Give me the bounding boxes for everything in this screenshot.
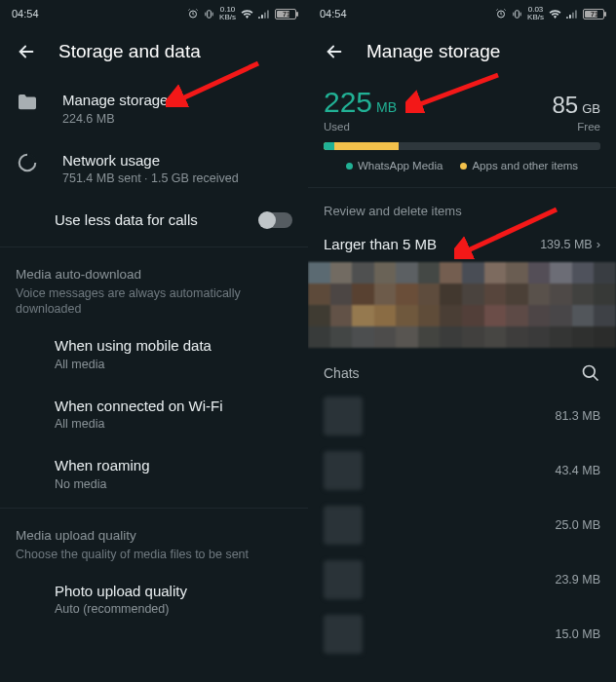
divider: [308, 187, 616, 188]
roaming-item[interactable]: When roaming No media: [0, 443, 308, 504]
free-unit: GB: [582, 101, 600, 116]
status-time: 04:54: [320, 8, 347, 19]
vibrate-icon: [512, 9, 522, 19]
vibrate-icon: [204, 9, 214, 19]
used-unit: MB: [376, 99, 397, 115]
chat-size: 43.4 MB: [555, 464, 600, 477]
status-time: 04:54: [12, 8, 39, 19]
back-button[interactable]: [16, 41, 37, 62]
svg-point-6: [584, 366, 596, 378]
use-less-data-item[interactable]: Use less data for calls: [0, 198, 308, 243]
data-usage-icon: [16, 151, 39, 174]
folder-icon: [16, 91, 39, 114]
used-amount: 225: [324, 86, 372, 118]
photo-quality-title: Photo upload quality: [55, 582, 292, 601]
media-auto-download-desc: Voice messages are always automatically …: [0, 284, 308, 324]
header: Storage and data: [0, 27, 308, 78]
mobile-data-item[interactable]: When using mobile data All media: [0, 323, 308, 384]
use-less-data-title: Use less data for calls: [55, 210, 236, 230]
roaming-title: When roaming: [55, 456, 292, 475]
used-label: Used: [324, 121, 350, 133]
chat-avatar: [324, 397, 363, 436]
screenshot-manage-storage: 04:54 0.03KB/s 71 Manage storage 225MB 8…: [308, 0, 616, 682]
net-speed: 0.03KB/s: [527, 6, 544, 21]
alarm-icon: [187, 8, 199, 19]
back-button[interactable]: [324, 41, 345, 62]
chevron-right-icon: ›: [597, 237, 600, 251]
manage-storage-item[interactable]: Manage storage 224.6 MB: [0, 78, 308, 138]
upload-quality-desc: Choose the quality of media files to be …: [0, 545, 308, 569]
search-button[interactable]: [581, 363, 600, 383]
media-auto-download-heading: Media auto-download: [0, 251, 308, 284]
storage-usage: 225MB 85GB: [308, 78, 616, 119]
signal-icon: [566, 9, 578, 19]
chat-item[interactable]: 25.0 MB: [308, 498, 616, 552]
wifi-title: When connected on Wi-Fi: [55, 397, 292, 416]
larger-label: Larger than 5 MB: [324, 236, 437, 252]
storage-legend: WhatsApp Media Apps and other items: [308, 160, 616, 183]
battery-icon: 71: [583, 9, 604, 19]
mobile-data-sub: All media: [55, 358, 292, 371]
signal-icon: [258, 9, 270, 19]
network-usage-item[interactable]: Network usage 751.4 MB sent · 1.5 GB rec…: [0, 138, 308, 199]
chat-avatar: [324, 560, 363, 599]
manage-storage-sub: 224.6 MB: [62, 112, 292, 126]
status-bar: 04:54 0.10KB/s 71: [0, 0, 308, 27]
chat-size: 15.0 MB: [555, 627, 600, 641]
chat-item[interactable]: 81.3 MB: [308, 389, 616, 443]
roaming-sub: No media: [55, 477, 292, 491]
larger-size: 139.5 MB: [540, 238, 593, 251]
upload-quality-heading: Media upload quality: [0, 512, 308, 545]
page-title: Manage storage: [366, 41, 500, 62]
photo-upload-item[interactable]: Photo upload quality Auto (recommended): [0, 569, 308, 629]
wifi-item[interactable]: When connected on Wi-Fi All media: [0, 384, 308, 444]
wifi-icon: [549, 9, 561, 19]
legend-apps: Apps and other items: [472, 160, 578, 171]
network-usage-sub: 751.4 MB sent · 1.5 GB received: [62, 171, 292, 185]
page-title: Storage and data: [58, 41, 201, 62]
svg-rect-5: [516, 10, 520, 17]
chat-item[interactable]: 23.9 MB: [308, 552, 616, 607]
network-usage-title: Network usage: [62, 151, 292, 170]
photo-quality-sub: Auto (recommended): [55, 602, 292, 616]
chat-size: 23.9 MB: [555, 573, 600, 587]
divider: [0, 246, 308, 247]
battery-icon: 71: [275, 9, 296, 19]
chat-avatar: [324, 506, 363, 545]
chat-size: 25.0 MB: [555, 518, 600, 532]
mobile-data-title: When using mobile data: [55, 336, 292, 356]
free-amount: 85: [553, 92, 579, 118]
divider: [0, 508, 308, 509]
storage-bar: [324, 142, 600, 150]
net-speed: 0.10KB/s: [219, 6, 236, 21]
wifi-icon: [241, 9, 253, 19]
alarm-icon: [495, 8, 507, 19]
chat-avatar: [324, 451, 363, 490]
review-heading: Review and delete items: [308, 192, 616, 226]
use-less-data-toggle[interactable]: [259, 212, 292, 228]
chats-label: Chats: [324, 365, 360, 381]
svg-rect-1: [208, 10, 212, 17]
wifi-sub: All media: [55, 417, 292, 431]
bar-whatsapp: [324, 142, 334, 150]
header: Manage storage: [308, 27, 616, 78]
chats-heading-row: Chats: [308, 348, 616, 389]
chat-size: 81.3 MB: [555, 409, 600, 423]
media-thumbnails[interactable]: [308, 262, 616, 348]
screenshot-storage-and-data: 04:54 0.10KB/s 71 Storage and data: [0, 0, 308, 682]
legend-whatsapp: WhatsApp Media: [358, 160, 443, 171]
chat-item[interactable]: 43.4 MB: [308, 443, 616, 498]
status-bar: 04:54 0.03KB/s 71: [308, 0, 616, 27]
manage-storage-title: Manage storage: [62, 91, 292, 110]
bar-apps: [324, 142, 399, 150]
chat-item[interactable]: 15.0 MB: [308, 607, 616, 662]
free-label: Free: [577, 121, 600, 133]
chat-avatar: [324, 615, 363, 654]
larger-than-5mb-item[interactable]: Larger than 5 MB 139.5 MB›: [308, 226, 616, 262]
